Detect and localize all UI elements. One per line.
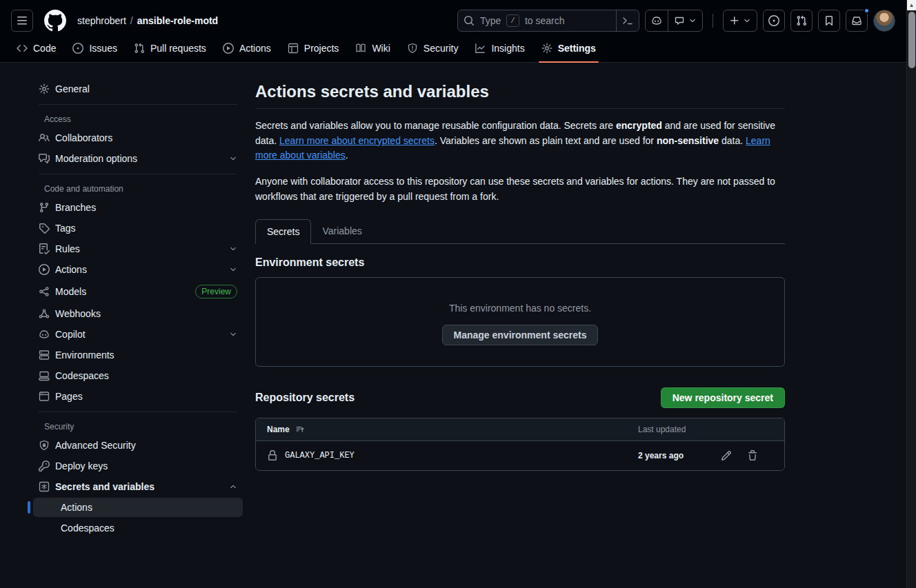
boxed-asterisk-icon xyxy=(39,481,50,492)
intro-text: Secrets and variables allow you to manag… xyxy=(255,120,616,131)
sidebar-item-label: Copilot xyxy=(55,329,86,340)
tab-label: Insights xyxy=(491,43,524,54)
server-icon xyxy=(39,349,50,361)
scrollbar-thumb[interactable] xyxy=(908,12,915,68)
sidebar-item-label: Collaborators xyxy=(55,132,112,143)
git-pull-request-icon xyxy=(796,15,807,26)
sidebar-item-label: Actions xyxy=(61,502,92,513)
user-avatar[interactable] xyxy=(873,10,895,32)
sidebar-item-actions[interactable]: Actions xyxy=(33,260,243,279)
sidebar-item-advanced-security[interactable]: Advanced Security xyxy=(33,436,243,455)
edit-secret-button[interactable] xyxy=(721,450,732,461)
command-palette-button[interactable] xyxy=(616,10,633,31)
intro-paragraph: Secrets and variables allow you to manag… xyxy=(255,119,785,163)
copilot-icon xyxy=(651,15,662,26)
tab-label: Security xyxy=(424,43,459,54)
sidebar-item-codespaces[interactable]: Codespaces xyxy=(33,366,243,385)
settings-layout: General Access Collaborators Moderation … xyxy=(0,63,916,539)
sidebar-item-general[interactable]: General xyxy=(33,79,243,99)
chevron-up-icon xyxy=(229,483,237,491)
sidebar-item-deploy-keys[interactable]: Deploy keys xyxy=(33,456,243,476)
manage-environment-secrets-button[interactable]: Manage environment secrets xyxy=(442,325,599,345)
breadcrumb-owner[interactable]: stephrobert xyxy=(77,15,126,26)
issue-opened-icon xyxy=(72,43,83,54)
new-repository-secret-button[interactable]: New repository secret xyxy=(661,387,785,408)
copilot-chat-icon xyxy=(674,15,685,26)
global-search-input[interactable]: Type / to search xyxy=(457,10,639,32)
webhook-icon xyxy=(39,308,50,319)
saved-lists-button[interactable] xyxy=(818,10,840,32)
sidebar-item-models[interactable]: Models Preview xyxy=(33,281,243,303)
sidebar-item-rules[interactable]: Rules xyxy=(33,239,243,258)
sidebar-item-label: Pages xyxy=(55,391,83,402)
notifications-inbox-button[interactable] xyxy=(846,10,868,32)
your-pull-requests-button[interactable] xyxy=(790,10,813,32)
secret-name-cell: GALAXY_API_KEY xyxy=(267,450,638,461)
sidebar-divider xyxy=(39,174,237,174)
scroll-up-arrow-icon[interactable]: ▲ xyxy=(907,0,916,10)
secrets-variables-tabnav: Secrets Variables xyxy=(255,219,785,244)
tab-variables[interactable]: Variables xyxy=(311,219,372,243)
tab-wiki[interactable]: Wiki xyxy=(347,39,398,62)
preview-badge: Preview xyxy=(195,285,237,298)
tab-pull-requests[interactable]: Pull requests xyxy=(126,39,215,62)
copilot-menu-button[interactable] xyxy=(668,10,702,31)
sidebar-item-branches[interactable]: Branches xyxy=(33,198,243,217)
environment-secrets-empty-box: This environment has no secrets. Manage … xyxy=(255,277,785,367)
tab-issues[interactable]: Issues xyxy=(64,39,125,62)
create-new-button[interactable] xyxy=(723,10,757,32)
sort-icon[interactable] xyxy=(295,425,305,434)
github-logo[interactable] xyxy=(44,10,66,32)
hamburger-menu-button[interactable] xyxy=(11,10,33,32)
intro-text: data. xyxy=(719,135,746,146)
sidebar-divider xyxy=(39,412,237,412)
settings-sidebar: General Access Collaborators Moderation … xyxy=(28,79,243,539)
tab-insights[interactable]: Insights xyxy=(466,39,532,62)
sidebar-item-pages[interactable]: Pages xyxy=(33,387,243,406)
header-divider xyxy=(713,14,713,28)
sidebar-item-moderation-options[interactable]: Moderation options xyxy=(33,149,243,168)
empty-state-message: This environment has no secrets. xyxy=(267,303,773,314)
copilot-button[interactable] xyxy=(646,10,668,31)
breadcrumb: stephrobert / ansible-role-motd xyxy=(77,15,218,26)
scrollbar[interactable]: ▲ xyxy=(906,0,916,588)
bookmark-icon xyxy=(824,15,835,26)
terminal-prompt-icon xyxy=(622,15,633,26)
tab-code[interactable]: Code xyxy=(8,39,64,62)
tab-settings[interactable]: Settings xyxy=(533,39,604,62)
sidebar-section-code-automation: Code and automation xyxy=(33,180,243,198)
settings-main: Actions secrets and variables Secrets an… xyxy=(255,79,785,539)
sidebar-item-collaborators[interactable]: Collaborators xyxy=(33,128,243,148)
environment-secrets-heading: Environment secrets xyxy=(255,256,785,269)
repository-secrets-header: Repository secrets New repository secret xyxy=(255,387,785,408)
git-pull-request-icon xyxy=(134,43,145,54)
sidebar-item-tags[interactable]: Tags xyxy=(33,219,243,238)
intro-text: . Variables are shown as plain text and … xyxy=(435,135,657,146)
sidebar-item-copilot[interactable]: Copilot xyxy=(33,325,243,344)
sidebar-subitem-actions[interactable]: Actions xyxy=(33,498,243,517)
issue-opened-icon xyxy=(768,15,779,26)
tab-actions[interactable]: Actions xyxy=(215,39,279,62)
sidebar-item-webhooks[interactable]: Webhooks xyxy=(33,304,243,323)
tab-security[interactable]: Security xyxy=(399,39,467,62)
sidebar-item-label: Environments xyxy=(55,349,114,361)
tab-projects[interactable]: Projects xyxy=(279,39,348,62)
your-issues-button[interactable] xyxy=(763,10,785,32)
link-encrypted-secrets[interactable]: Learn more about encrypted secrets xyxy=(279,135,435,146)
table-icon xyxy=(288,43,299,54)
codespaces-icon xyxy=(39,370,50,381)
inbox-icon xyxy=(851,15,862,26)
sidebar-item-secrets-and-variables[interactable]: Secrets and variables xyxy=(33,477,243,496)
intro-bold-non-sensitive: non-sensitive xyxy=(657,135,719,146)
chevron-down-icon xyxy=(229,245,237,253)
sidebar-item-environments[interactable]: Environments xyxy=(33,345,243,365)
repo-tab-nav: Code Issues Pull requests Actions Projec… xyxy=(0,39,906,63)
breadcrumb-repo[interactable]: ansible-role-motd xyxy=(137,15,218,26)
plus-icon xyxy=(729,15,740,26)
sidebar-item-label: Moderation options xyxy=(55,153,137,164)
sidebar-subitem-codespaces[interactable]: Codespaces xyxy=(33,518,243,538)
delete-secret-button[interactable] xyxy=(747,450,758,461)
tab-secrets[interactable]: Secrets xyxy=(255,219,311,244)
sidebar-item-label: Webhooks xyxy=(55,308,101,319)
tab-label: Projects xyxy=(304,43,339,54)
